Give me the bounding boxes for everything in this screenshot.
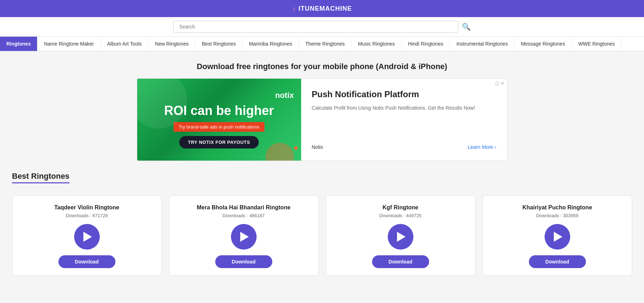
navigation: RingtonesName Ringtone MakerAlbum Art To… xyxy=(0,37,644,51)
ad-image: notix ROI can be higher Try brand-safe a… xyxy=(137,79,301,161)
ringtone-downloads: Downloads : 671728 xyxy=(66,213,108,218)
site-header: ♪ ITUNEMACHINE xyxy=(0,0,644,17)
ad-learn-more[interactable]: Learn More › xyxy=(468,144,496,150)
ringtone-title: Khairiyat Pucho Ringtone xyxy=(522,204,592,211)
best-ringtones-title: Best Ringtones xyxy=(12,172,69,183)
ad-close-icon[interactable]: ✕ xyxy=(501,81,504,87)
page-heading: Download free ringtones for your mobile … xyxy=(12,62,632,71)
nav-item-new-ringtones[interactable]: New Ringtones xyxy=(149,37,196,51)
ad-content: Push Notification Platform Calculate Pro… xyxy=(301,79,507,161)
nav-item-music-ringtones[interactable]: Music Ringtones xyxy=(351,37,402,51)
nav-item-hindi-ringtones[interactable]: Hindi Ringtones xyxy=(402,37,450,51)
ringtone-card: Kgf Ringtone Downloads : 449725 Download xyxy=(326,195,475,276)
search-button[interactable]: 🔍 xyxy=(462,22,471,31)
ad-footer: Notix Learn More › xyxy=(312,144,496,150)
download-button[interactable]: Download xyxy=(372,255,429,268)
advertisement: ⓘ ✕ notix ROI can be higher Try brand-sa… xyxy=(137,78,508,161)
nav-item-wwe-ringtones[interactable]: WWE Ringtones xyxy=(572,37,622,51)
ad-brand-name: Notix xyxy=(312,144,323,150)
nav-item-instrumental-ringtones[interactable]: Instrumental Ringtones xyxy=(450,37,515,51)
ad-controls: ⓘ ✕ xyxy=(495,81,504,87)
nav-item-best-ringtones[interactable]: Best Ringtones xyxy=(195,37,242,51)
download-button[interactable]: Download xyxy=(58,255,115,268)
ringtone-title: Taqdeer Violin Ringtone xyxy=(54,204,119,211)
ad-subtext: Try brand-safe ads in push notifications xyxy=(174,122,264,132)
ad-info-icon[interactable]: ⓘ xyxy=(495,81,499,87)
nav-item-theme-ringtones[interactable]: Theme Ringtones xyxy=(299,37,352,51)
download-button[interactable]: Download xyxy=(529,255,586,268)
ringtones-grid: Taqdeer Violin Ringtone Downloads : 6717… xyxy=(12,195,632,276)
best-ringtones-section: Best Ringtones Taqdeer Violin Ringtone D… xyxy=(12,172,632,276)
nav-item-name-ringtone-maker[interactable]: Name Ringtone Maker xyxy=(37,37,101,51)
nav-item-message-ringtones[interactable]: Message Ringtones xyxy=(515,37,572,51)
ringtone-title: Kgf Ringtone xyxy=(382,204,418,211)
play-button[interactable] xyxy=(388,224,413,250)
search-input[interactable] xyxy=(173,21,458,33)
nav-item-ringtones[interactable]: Ringtones xyxy=(0,37,37,51)
search-bar: 🔍 xyxy=(0,17,644,37)
ringtone-downloads: Downloads : 449725 xyxy=(379,213,422,218)
ad-description: Calculate Profit from Using Notix Push N… xyxy=(312,104,496,112)
play-button[interactable] xyxy=(545,224,570,250)
ringtone-card: Taqdeer Violin Ringtone Downloads : 6717… xyxy=(12,195,162,276)
chevron-right-icon: › xyxy=(495,144,496,150)
ad-headline: ROI can be higher xyxy=(164,104,274,118)
ringtone-card: Mera Bhola Hai Bhandari Ringtone Downloa… xyxy=(169,195,319,276)
ad-cta-button[interactable]: TRY NOTIX FOR PAYOUTS xyxy=(179,136,258,148)
ad-title: Push Notification Platform xyxy=(312,89,496,99)
download-button[interactable]: Download xyxy=(215,255,272,268)
nav-item-marimba-ringtones[interactable]: Marimba Ringtones xyxy=(242,37,299,51)
logo-text: ITUNEMACHINE xyxy=(299,5,352,12)
main-content: Download free ringtones for your mobile … xyxy=(1,51,643,283)
ringtone-card: Khairiyat Pucho Ringtone Downloads : 303… xyxy=(483,195,632,276)
ad-decoration xyxy=(294,146,298,150)
logo-icon: ♪ xyxy=(292,5,296,13)
ringtone-downloads: Downloads : 303959 xyxy=(536,213,578,218)
play-button[interactable] xyxy=(231,224,257,250)
ringtone-downloads: Downloads : 486187 xyxy=(222,213,265,218)
nav-item-album-art-tools[interactable]: Album Art Tools xyxy=(101,37,149,51)
ringtone-title: Mera Bhola Hai Bhandari Ringtone xyxy=(197,204,290,211)
play-button[interactable] xyxy=(74,224,100,250)
ad-brand-logo: notix xyxy=(275,91,294,100)
